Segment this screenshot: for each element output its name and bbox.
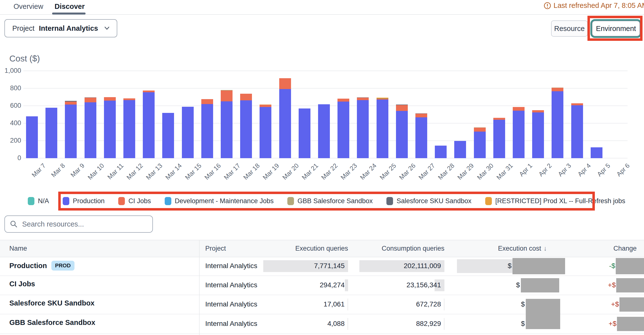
bar-segment-production-mar-17[interactable] <box>221 101 232 158</box>
bar-segment-ci-jobs-mar-20[interactable] <box>279 78 291 89</box>
bar-segment-ci-jobs-mar-18[interactable] <box>240 94 252 100</box>
bar-segment-production-mar-11[interactable] <box>104 101 116 158</box>
bar-segment-production-mar-21[interactable] <box>299 109 310 158</box>
consumption-queries-bar <box>444 318 444 330</box>
bar-segment-ci-jobs-mar-17[interactable] <box>221 91 232 101</box>
bar-segment-production-mar-10[interactable] <box>84 102 96 158</box>
bar-segment-production-mar-23[interactable] <box>338 102 349 158</box>
column-header-execution-cost[interactable]: Execution cost ↓ <box>498 240 547 257</box>
resource-name[interactable]: Salesforce SKU Sandbox <box>9 299 95 307</box>
bar-segment-ci-jobs-mar-31[interactable] <box>493 118 505 120</box>
bar-segment-ci-jobs-mar-10[interactable] <box>84 98 96 102</box>
bar-segment-ci-jobs-mar-26[interactable] <box>396 105 408 111</box>
bar-segment-ci-jobs-mar-13[interactable] <box>143 91 154 92</box>
bar-segment-ci-jobs-mar-16[interactable] <box>201 99 213 104</box>
column-header-execution-queries[interactable]: Execution queries <box>295 240 348 257</box>
warning-icon <box>544 2 551 9</box>
bar-segment-salesforce-sku-sandbox-mar-24[interactable] <box>357 97 369 98</box>
bar-segment-production-mar-28[interactable] <box>435 146 446 158</box>
bar-segment-production-mar-18[interactable] <box>240 100 252 158</box>
project-cell: Internal Analytics <box>205 262 257 270</box>
tab-overview[interactable]: Overview <box>14 3 43 11</box>
bar-segment-production-mar-16[interactable] <box>201 104 213 158</box>
legend-item-n-a[interactable]: N/A <box>28 197 49 205</box>
column-header-project[interactable]: Project <box>205 240 226 257</box>
resource-name[interactable]: GBB Salesforce Sandbox <box>9 318 95 327</box>
bar-segment-production-mar-24[interactable] <box>357 100 369 158</box>
bar-segment-ci-jobs-mar-9[interactable] <box>65 102 77 105</box>
bar-segment-production-mar-22[interactable] <box>318 104 330 158</box>
bar-segment-salesforce-sku-sandbox-mar-26[interactable] <box>396 105 408 105</box>
search-input[interactable] <box>22 220 148 228</box>
bar-segment-production-mar-26[interactable] <box>396 111 408 158</box>
legend-item-development-maintenance-jobs[interactable]: Development - Maintenance Jobs <box>165 197 274 205</box>
group-by-environment-button[interactable]: Environment <box>592 21 640 37</box>
bar-segment-production-mar-12[interactable] <box>124 100 135 158</box>
bar-segment-production-apr-2[interactable] <box>532 112 544 158</box>
bar-segment-production-mar-29[interactable] <box>454 141 466 158</box>
bar-segment-ci-jobs-mar-25[interactable] <box>376 99 388 100</box>
resource-name[interactable]: Production <box>9 262 47 270</box>
column-header-consumption-queries[interactable]: Consumption queries <box>382 240 444 257</box>
bar-segment-ci-jobs-mar-19[interactable] <box>260 105 271 107</box>
bar-segment-ci-jobs-apr-1[interactable] <box>513 107 524 110</box>
bar-segment-ci-jobs-mar-27[interactable] <box>416 114 427 117</box>
resource-name[interactable]: CI Jobs <box>9 280 35 288</box>
x-tick-label: Mar 15 <box>178 162 203 186</box>
bar-segment-production-mar-7[interactable] <box>26 116 38 158</box>
bar-segment-ci-jobs-apr-3[interactable] <box>552 88 564 91</box>
bar-segment-production-mar-15[interactable] <box>182 107 194 158</box>
tab-discover[interactable]: Discover <box>54 3 85 11</box>
column-header-name[interactable]: Name <box>9 240 27 257</box>
bar-segment-ci-jobs-apr-2[interactable] <box>532 110 544 112</box>
column-header-change[interactable]: Change <box>613 240 637 257</box>
table-row-production[interactable]: ProductionPRODInternal Analytics7,771,14… <box>0 257 644 276</box>
chevron-down-icon <box>104 26 110 30</box>
bar-segment-production-apr-3[interactable] <box>552 91 564 158</box>
bar-segment-production-mar-9[interactable] <box>65 105 77 158</box>
bar-segment-salesforce-sku-sandbox-mar-9[interactable] <box>65 101 77 102</box>
bar-segment-production-mar-19[interactable] <box>260 107 271 158</box>
bar-segment-production-mar-30[interactable] <box>474 132 486 158</box>
bar-segment-ci-jobs-mar-12[interactable] <box>124 98 135 100</box>
bar-segment-ci-jobs-mar-24[interactable] <box>357 98 369 100</box>
bar-segment--restricted-prod-xl-full-refresh-jobs-mar-19[interactable] <box>260 105 271 105</box>
legend-item-salesforce-sku-sandbox[interactable]: Salesforce SKU Sandbox <box>386 197 472 205</box>
legend-item-ci-jobs[interactable]: CI Jobs <box>118 197 151 205</box>
x-tick-label: Mar 31 <box>490 162 514 186</box>
group-by-resource-button[interactable]: Resource <box>551 21 588 37</box>
bar-segment-ci-jobs-mar-11[interactable] <box>104 97 116 101</box>
bar-segment-salesforce-sku-sandbox-mar-25[interactable] <box>376 99 388 99</box>
legend-item-gbb-salesforce-sandbox[interactable]: GBB Salesforce Sandbox <box>287 197 373 205</box>
bar-segment-salesforce-sku-sandbox-mar-10[interactable] <box>84 97 96 98</box>
bar-segment-ci-jobs-mar-23[interactable] <box>338 99 349 102</box>
bar-segment-production-apr-5[interactable] <box>591 147 602 158</box>
bar-segment-gbb-salesforce-sandbox-mar-30[interactable] <box>474 127 486 128</box>
bar-segment-production-mar-31[interactable] <box>493 120 505 158</box>
bar-segment--restricted-prod-xl-full-refresh-jobs-mar-25[interactable] <box>376 98 388 99</box>
bar-segment-production-mar-25[interactable] <box>376 100 388 158</box>
execution-queries-bar <box>345 279 348 291</box>
bar-segment-production-mar-20[interactable] <box>279 89 291 158</box>
y-tick-label: 1,000 <box>2 67 21 75</box>
bar-segment-gbb-salesforce-sandbox-mar-17[interactable] <box>221 90 232 90</box>
bar-segment-gbb-salesforce-sandbox-apr-3[interactable] <box>552 88 564 88</box>
x-tick-label: Apr 3 <box>548 162 573 186</box>
bar-segment-production-mar-13[interactable] <box>143 92 154 158</box>
bar-segment-ci-jobs-apr-4[interactable] <box>571 103 583 105</box>
legend-swatch <box>165 197 171 205</box>
bar-segment-production-apr-4[interactable] <box>571 105 583 158</box>
bar-segment-production-mar-27[interactable] <box>416 117 427 158</box>
bar-segment-production-mar-14[interactable] <box>162 113 174 158</box>
bar-segment-production-apr-1[interactable] <box>513 111 524 158</box>
bar-segment-salesforce-sku-sandbox-mar-27[interactable] <box>416 113 427 114</box>
bar-segment-ci-jobs-mar-30[interactable] <box>474 128 486 132</box>
project-filter-dropdown[interactable]: Project Internal Analytics <box>4 19 117 37</box>
table-row-ci-jobs[interactable]: CI JobsInternal Analytics294,27423,156,3… <box>0 276 644 295</box>
legend-item--restricted-prod-xl-full-refresh-jobs[interactable]: [RESTRICTED] Prod XL -- Full-Refresh job… <box>485 197 625 205</box>
search-box[interactable] <box>4 215 153 233</box>
consumption-queries-value: 882,929 <box>416 320 441 328</box>
x-tick-label: Mar 7 <box>22 162 47 186</box>
bar-segment-production-mar-8[interactable] <box>46 108 57 158</box>
legend-item-production[interactable]: Production <box>63 197 104 205</box>
